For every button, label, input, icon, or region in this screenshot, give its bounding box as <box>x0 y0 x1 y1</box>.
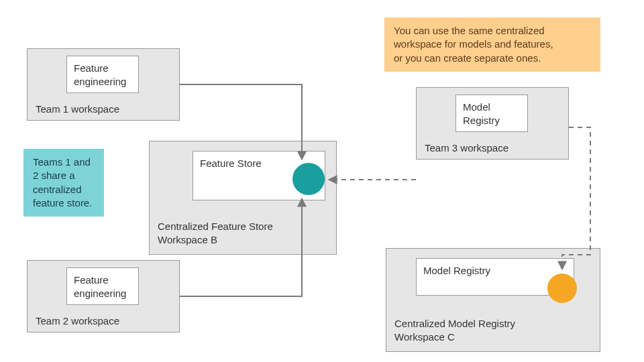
team2-feature-engineering-box: Feature engineering <box>66 267 139 305</box>
team3-workspace: Model Registry Team 3 workspace <box>416 87 569 160</box>
feature-store-circle-icon <box>292 163 325 195</box>
feature-store-label: Centralized Feature Store Workspace B <box>158 220 273 246</box>
team3-label: Team 3 workspace <box>425 142 508 154</box>
team1-label: Team 1 workspace <box>36 103 119 115</box>
team3-model-registry-box: Model Registry <box>455 95 528 132</box>
model-registry-label: Centralized Model Registry Workspace C <box>394 317 515 343</box>
team1-workspace: Feature engineering Team 1 workspace <box>27 48 180 121</box>
note-shared-feature-store: Teams 1 and 2 share a centralized featur… <box>23 149 104 217</box>
feature-store-workspace: Feature Store Centralized Feature Store … <box>149 141 337 255</box>
team2-workspace: Feature engineering Team 2 workspace <box>27 260 180 333</box>
team2-label: Team 2 workspace <box>36 315 119 326</box>
team1-feature-engineering-box: Feature engineering <box>66 56 139 93</box>
note-centralized-options: You can use the same centralized workspa… <box>384 17 600 72</box>
model-registry-circle-icon <box>547 274 577 303</box>
